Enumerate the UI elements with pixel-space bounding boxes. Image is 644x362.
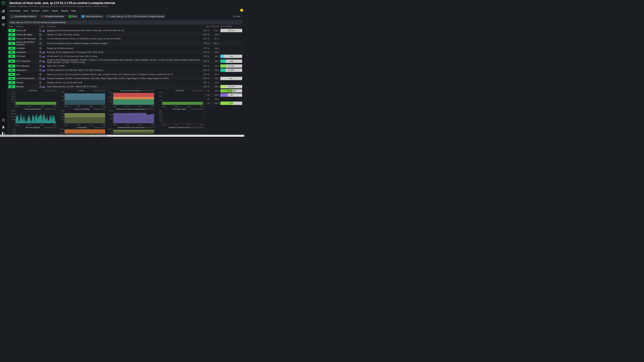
service-name[interactable]: Check_MK Discovery — [16, 37, 39, 40]
alert-badge-icon[interactable]: ! — [240, 9, 243, 12]
table-row[interactable]: OKConditionReady, all conditions passed2… — [8, 46, 242, 50]
mini-graph[interactable]: Used RAM2022-05-11 @ 2m100%80.0%60.0%40.… — [8, 89, 57, 107]
host-group-header[interactable]: node_aws_ip-172-31-1-175.eu-central-1.co… — [8, 20, 242, 25]
show-checkboxes-button[interactable]: Show checkboxes — [80, 14, 104, 18]
menu-add-to[interactable]: Add to — [42, 9, 49, 12]
user-nav-icon[interactable] — [1, 125, 5, 129]
settings-nav-icon[interactable] — [1, 22, 5, 26]
graph-icon[interactable] — [42, 86, 44, 88]
col-perf[interactable]: Perf-O-Meter — [220, 25, 242, 28]
col-summary[interactable]: Summary — [47, 25, 201, 28]
service-name[interactable]: Memory — [16, 85, 39, 88]
service-name[interactable]: Check_MK Agent — [16, 33, 39, 36]
perf-o-meter[interactable]: 798 — [220, 93, 242, 97]
burger-menu-icon[interactable] — [39, 65, 42, 67]
burger-menu-icon[interactable] — [39, 51, 42, 53]
burger-menu-icon[interactable] — [39, 55, 42, 57]
service-name[interactable]: CPU utilization — [16, 65, 39, 67]
table-row[interactable]: OKInfoName: ip-172-31-1-175.eu-central-1… — [8, 72, 242, 76]
table-row[interactable]: OKFilesystem /23.35% used (4.67 of 19.99… — [8, 68, 242, 72]
perf-o-meter[interactable]: 0/s — [220, 77, 242, 80]
mini-graph[interactable]: Caches2022-05-11 @ 2m3 GB2 GB1 GB008:001… — [58, 89, 106, 107]
table-row[interactable]: OKMemoryTotal virtual memory: 23.23% - 8… — [8, 85, 242, 89]
graph-icon[interactable] — [42, 77, 44, 79]
mini-graph[interactable]: Filesystem Writeback2022-05-11 @ 2m256 k… — [8, 108, 57, 126]
burger-menu-icon[interactable] — [39, 77, 42, 79]
breadcrumb-item[interactable]: All hosts — [30, 5, 37, 7]
burger-menu-icon[interactable] — [39, 42, 42, 44]
mini-graph[interactable]: File_Huge_Pages2022-05-11 @ 2m1.000.800.… — [155, 108, 204, 126]
perf-o-meter[interactable]: 27.19% — [220, 64, 242, 68]
service-name[interactable]: Kubelet — [16, 81, 39, 84]
breadcrumb-item[interactable]: node_aws_ip-172-31-1-175.eu-central-1.co… — [40, 5, 91, 7]
perf-o-meter[interactable]: 23.23% — [220, 85, 242, 88]
perf-o-meter[interactable]: 290.80 MB — [220, 89, 242, 92]
collapse-menu-icon[interactable]: ⌃ — [79, 9, 82, 12]
burger-menu-icon[interactable] — [39, 60, 42, 62]
burger-menu-icon[interactable] — [39, 73, 42, 75]
menu-services[interactable]: Services — [31, 9, 40, 12]
col-icons[interactable]: Icons — [39, 25, 47, 28]
burger-menu-icon[interactable] — [39, 69, 42, 71]
menu-host[interactable]: Host — [24, 9, 28, 12]
breadcrumb-item[interactable]: Overview — [18, 5, 27, 7]
breadcrumb-item[interactable]: Monitor — [10, 5, 16, 7]
perf-o-meter[interactable]: 20.0 ms — [220, 29, 242, 32]
table-row[interactable]: OKCheck_MK Discoveryno unmonitored servi… — [8, 37, 242, 41]
acknowledge-problems-button[interactable]: ⚠ Acknowledge problems — [10, 14, 38, 18]
service-name[interactable]: Containers — [16, 51, 39, 53]
table-row[interactable]: OKCheck_MK HW/SW InventoryFound 55 inven… — [8, 41, 242, 46]
table-row[interactable]: OKCheck_MK AgentVersion: 2.1.0b1, OS: ku… — [8, 33, 242, 37]
col-checked[interactable]: Checked — [211, 25, 220, 28]
table-row[interactable]: OKCPU utilizationTotal CPU: 27.85%207 m9… — [8, 64, 242, 68]
burger-menu-icon[interactable] — [39, 38, 42, 40]
col-state[interactable]: State — [8, 25, 16, 28]
burger-menu-icon[interactable] — [39, 86, 42, 88]
mini-graph[interactable]: Active and Inactive Memory2022-05-11 @ 2… — [106, 89, 155, 107]
breadcrumb-item[interactable]: Services of Host — [94, 5, 108, 7]
perf-o-meter[interactable]: 16 d — [220, 102, 242, 105]
service-name[interactable]: Kernel Performance — [16, 77, 39, 80]
graph-icon[interactable] — [42, 69, 44, 71]
service-name[interactable]: CPU resources — [16, 60, 39, 62]
burger-menu-icon[interactable] — [39, 29, 42, 31]
perf-o-meter[interactable]: 0.44 — [220, 59, 242, 63]
service-name[interactable]: Condition — [16, 47, 39, 49]
table-row[interactable]: OKCPU load15 min load: 1.12, 15 min load… — [8, 54, 242, 58]
monitor-nav-icon[interactable] — [1, 9, 5, 13]
host-link-button[interactable]: i node_aws_ip-172-31-1-175.eu-central-1.… — [106, 14, 166, 18]
info-nav-icon[interactable]: i — [1, 118, 5, 122]
col-age[interactable]: Age — [201, 25, 211, 28]
service-name[interactable]: Check_MK HW/SW Inventory — [16, 41, 39, 46]
graph-icon[interactable] — [42, 29, 44, 31]
menu-display[interactable]: Display — [61, 9, 68, 12]
table-row[interactable]: OKCPU resourcesUsage: 0.444, Requests ut… — [8, 58, 242, 64]
app-logo-icon[interactable] — [1, 1, 6, 5]
apps-nav-icon[interactable] — [1, 16, 5, 20]
menu-help[interactable]: Help — [71, 9, 76, 12]
table-row[interactable]: OKKernel PerformanceProcess Creations: 1… — [8, 76, 242, 81]
burger-menu-icon[interactable] — [39, 82, 42, 84]
table-row[interactable]: OKKubeletHealthy, Version v1.21.5-eks-90… — [8, 81, 242, 85]
schedule-downtimes-button[interactable]: ▲ Schedule downtimes — [40, 14, 66, 18]
menu-commands[interactable]: Commands — [10, 9, 20, 12]
burger-menu-icon[interactable] — [39, 47, 42, 49]
table-row[interactable]: OKCheck_MK[piggyback] Successfully proce… — [8, 28, 242, 33]
service-name[interactable]: Info — [16, 73, 39, 76]
filter-button[interactable]: Filter — [67, 14, 79, 18]
service-name[interactable]: Check_MK — [16, 29, 39, 32]
table-row[interactable]: OKContainersRunning: 23.00, Waiting: 0.0… — [8, 50, 242, 54]
burger-menu-icon[interactable] — [39, 34, 42, 36]
mini-graph[interactable]: RAM used2022-05-11 @ 2m3 GB2 GB1 GB008:0… — [155, 89, 204, 107]
mini-graph[interactable]: Memory that cannot be swapped out2022-05… — [106, 108, 155, 126]
graph-icon[interactable] — [42, 65, 44, 67]
perf-o-meter[interactable]: 0.95 — [220, 55, 242, 58]
service-name[interactable]: Filesystem / — [16, 69, 39, 71]
graph-icon[interactable] — [42, 60, 44, 62]
col-service[interactable]: Service — [16, 25, 39, 28]
graph-icon[interactable] — [42, 55, 44, 57]
mini-graph[interactable]: Memory committing2022-05-11 @ 2m8 GB6 GB… — [58, 108, 106, 126]
perf-o-meter[interactable]: 23.35% — [220, 68, 242, 72]
service-name[interactable]: CPU load — [16, 55, 39, 57]
graph-icon[interactable] — [42, 51, 44, 53]
